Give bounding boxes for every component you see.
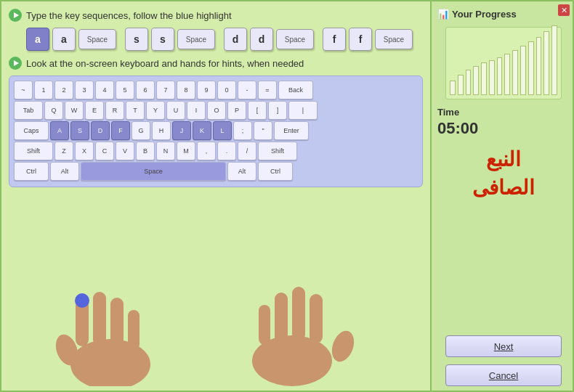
play-icon-2: [9, 57, 22, 70]
chart-bar: [551, 25, 557, 95]
kb-t[interactable]: T: [126, 101, 145, 120]
kb-n[interactable]: N: [156, 142, 175, 160]
kb-p[interactable]: P: [227, 101, 246, 120]
kb-s[interactable]: S: [70, 121, 89, 140]
kb-b[interactable]: B: [136, 142, 155, 160]
kb-e[interactable]: E: [85, 101, 104, 120]
next-button[interactable]: Next: [445, 335, 562, 357]
hands-area: [9, 193, 423, 386]
svg-rect-9: [310, 294, 323, 343]
kb-9[interactable]: 9: [197, 81, 216, 99]
key-space-ss: Space: [177, 29, 215, 49]
svg-rect-11: [275, 293, 288, 343]
kb-h[interactable]: H: [152, 121, 171, 140]
kb-f[interactable]: F: [111, 121, 130, 140]
kb-lctrl[interactable]: Ctrl: [14, 162, 49, 181]
kb-0[interactable]: 0: [217, 81, 236, 99]
kb-period[interactable]: .: [217, 142, 236, 160]
kb-tab[interactable]: Tab: [14, 101, 43, 120]
time-section: Time 05:00: [437, 107, 478, 138]
kb-4[interactable]: 4: [95, 81, 114, 99]
kb-v[interactable]: V: [116, 142, 134, 160]
chart-bar: [512, 50, 518, 95]
kb-tilde[interactable]: ~: [14, 81, 33, 99]
kb-j[interactable]: J: [172, 121, 191, 140]
close-button[interactable]: ✕: [558, 4, 570, 16]
key-s1: s: [125, 28, 148, 51]
kb-lbracket[interactable]: [: [248, 101, 267, 120]
key-group-dd: d d Space: [224, 28, 314, 51]
instruction-text-2: Look at the on-screen keyboard and hands…: [26, 58, 304, 69]
key-group-aa: a a Space: [26, 28, 116, 51]
kb-rshift[interactable]: Shift: [258, 142, 297, 160]
arabic-line-2: الصافى: [472, 173, 535, 202]
kb-l[interactable]: L: [213, 121, 232, 140]
kb-c[interactable]: C: [95, 142, 114, 160]
chart-bar: [458, 75, 464, 95]
kb-equals[interactable]: =: [258, 81, 277, 99]
kb-u[interactable]: U: [166, 101, 185, 120]
kb-ralt[interactable]: Alt: [227, 162, 256, 181]
hands-image: [9, 277, 416, 386]
cancel-button[interactable]: Cancel: [445, 364, 562, 386]
chart-bar: [497, 57, 503, 95]
instruction-text-1: Type the key sequences, follow the blue …: [26, 10, 232, 21]
left-panel: Type the key sequences, follow the blue …: [1, 1, 430, 392]
kb-row-qwerty: Tab Q W E R T Y U I O P [ ] |: [14, 101, 418, 120]
kb-8[interactable]: 8: [177, 81, 195, 99]
kb-1[interactable]: 1: [34, 81, 53, 99]
kb-q[interactable]: Q: [44, 101, 63, 120]
instruction-2: Look at the on-screen keyboard and hands…: [9, 57, 423, 70]
kb-slash[interactable]: /: [238, 142, 256, 160]
kb-space[interactable]: Space: [81, 162, 226, 181]
key-group-ss: s s Space: [125, 28, 215, 51]
svg-point-6: [75, 293, 89, 308]
kb-rbracket[interactable]: ]: [268, 101, 287, 120]
kb-y[interactable]: Y: [146, 101, 165, 120]
kb-6[interactable]: 6: [136, 81, 155, 99]
instruction-1: Type the key sequences, follow the blue …: [9, 9, 423, 22]
kb-minus[interactable]: -: [238, 81, 256, 99]
key-f1: f: [323, 28, 346, 51]
kb-2[interactable]: 2: [54, 81, 73, 99]
chart-bar: [504, 54, 510, 95]
kb-o[interactable]: O: [207, 101, 226, 120]
kb-back[interactable]: Back: [278, 81, 313, 99]
kb-lshift[interactable]: Shift: [14, 142, 53, 160]
kb-comma[interactable]: ,: [197, 142, 216, 160]
chart-bar: [543, 31, 549, 95]
kb-caps[interactable]: Caps: [14, 121, 49, 140]
right-panel: ✕ 📊 Your Progress Time 05:00 النبع الصاف…: [430, 1, 574, 392]
kb-semicolon[interactable]: ;: [233, 121, 252, 140]
kb-a[interactable]: A: [50, 121, 69, 140]
kb-z[interactable]: Z: [54, 142, 73, 160]
kb-row-asdf: Caps A S D F G H J K L ; " Enter: [14, 121, 418, 140]
chart-bar: [536, 37, 542, 95]
kb-5[interactable]: 5: [116, 81, 134, 99]
kb-enter[interactable]: Enter: [274, 121, 309, 140]
kb-d[interactable]: D: [91, 121, 110, 140]
svg-rect-10: [292, 287, 305, 341]
key-sequences: a a Space s s Space d d Space f f Space: [26, 28, 423, 51]
kb-w[interactable]: W: [65, 101, 84, 120]
kb-3[interactable]: 3: [75, 81, 94, 99]
chart-bar: [481, 62, 487, 95]
kb-7[interactable]: 7: [156, 81, 175, 99]
chart-bar: [528, 41, 534, 95]
key-d1: d: [224, 28, 247, 51]
kb-m[interactable]: M: [177, 142, 195, 160]
kb-backslash[interactable]: |: [288, 101, 318, 120]
kb-x[interactable]: X: [75, 142, 94, 160]
kb-quote[interactable]: ": [254, 121, 272, 140]
kb-row-shift: Shift Z X C V B N M , . / Shift: [14, 142, 418, 160]
kb-k[interactable]: K: [193, 121, 211, 140]
kb-lalt[interactable]: Alt: [50, 162, 79, 181]
kb-r[interactable]: R: [105, 101, 124, 120]
kb-rctrl[interactable]: Ctrl: [258, 162, 293, 181]
svg-rect-3: [93, 292, 106, 346]
key-space-ff: Space: [375, 29, 413, 49]
chart-bar: [466, 70, 472, 95]
kb-i[interactable]: I: [187, 101, 206, 120]
play-icon-1: [9, 9, 22, 22]
kb-g[interactable]: G: [132, 121, 150, 140]
